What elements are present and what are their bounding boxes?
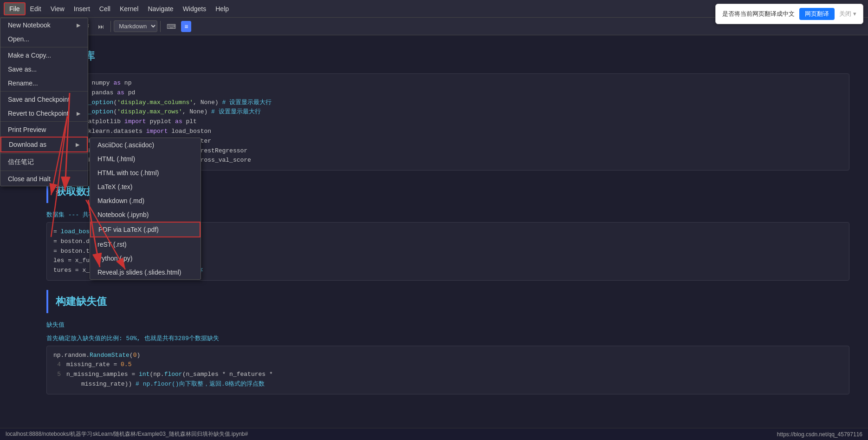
rename-label: Rename... [8, 79, 38, 87]
save-as-label: Save as... [8, 66, 37, 73]
revert-checkpoint-label: Revert to Checkpoint [8, 110, 69, 117]
save-checkpoint-item[interactable]: Save and Checkpoint [0, 92, 88, 106]
python-item[interactable]: Python (.py) [90, 251, 201, 265]
restart-run-button[interactable]: ⏭ [95, 21, 108, 32]
edit-menu-item[interactable]: Edit [26, 3, 46, 14]
trust-notebook-item[interactable]: 信任笔记 [0, 155, 88, 170]
cell-type-select[interactable]: Markdown Code Raw [114, 20, 157, 32]
reveal-item[interactable]: Reveal.js slides (.slides.html) [90, 265, 201, 279]
save-checkpoint-label: Save and Checkpoint [8, 96, 70, 103]
cell-code-3b: 首先确定放入缺失值的比例: 50%, 也就是共有3289个数据缺失 [46, 332, 849, 346]
widgets-menu-item[interactable]: Widgets [178, 3, 211, 14]
translation-text: 是否将当前网页翻译成中文 [722, 10, 795, 18]
toggle-header-button[interactable]: ≡ [181, 21, 191, 32]
rename-item[interactable]: Rename... [0, 76, 88, 90]
separator-2 [0, 91, 88, 92]
section3-title: 构建缺失值 [46, 290, 849, 313]
kernel-menu-item[interactable]: Kernel [115, 3, 143, 14]
download-as-item[interactable]: Download as ▶ AsciiDoc (.asciidoc) HTML … [0, 137, 88, 152]
html-toc-item[interactable]: HTML with toc (.html) [90, 166, 201, 180]
cell-code-3c: np.random.RandomState(0) 4missing_rate =… [46, 346, 849, 394]
cell-code-3: 缺失值 [46, 319, 849, 332]
toolbar-separator-3 [160, 21, 161, 32]
file-menu-item[interactable]: File [4, 2, 26, 15]
cell-3[interactable]: 缺失值 首先确定放入缺失值的比例: 50%, 也就是共有3289个数据缺失 np… [46, 319, 849, 394]
save-as-item[interactable]: Save as... [0, 62, 88, 76]
separator-3 [0, 121, 88, 122]
status-bar-right: https://blog.csdn.net/qq_45797116 [777, 431, 862, 438]
download-submenu: AsciiDoc (.asciidoc) HTML (.html) HTML w… [90, 138, 201, 280]
status-bar: localhost:8888/notebooks/机器学习skLearn/随机森… [0, 428, 868, 440]
insert-menu-item[interactable]: Insert [69, 3, 95, 14]
markdown-item[interactable]: Markdown (.md) [90, 194, 201, 208]
new-notebook-item[interactable]: New Notebook ▶ [0, 18, 88, 32]
close-halt-label: Close and Halt [8, 175, 51, 183]
make-copy-item[interactable]: Make a Copy... [0, 48, 88, 62]
print-preview-label: Print Preview [8, 126, 46, 133]
revert-checkpoint-item[interactable]: Revert to Checkpoint ▶ [0, 106, 88, 120]
download-arrow: ▶ [76, 142, 79, 148]
translation-bar: 是否将当前网页翻译成中文 网页翻译 关闭 ▾ [715, 4, 863, 24]
notebook-item[interactable]: Notebook (.ipynb) [90, 208, 201, 222]
file-menu-dropdown: New Notebook ▶ Open... Make a Copy... Sa… [0, 18, 88, 186]
keyboard-shortcut-button[interactable]: ⌨ [163, 21, 179, 32]
new-notebook-arrow: ▶ [77, 22, 80, 28]
print-preview-item[interactable]: Print Preview [0, 123, 88, 137]
download-as-label: Download as [9, 141, 46, 148]
cell-menu-item[interactable]: Cell [95, 3, 115, 14]
pdf-latex-item[interactable]: PDF via LaTeX (.pdf) [90, 222, 201, 237]
trust-notebook-label: 信任笔记 [8, 158, 34, 166]
latex-item[interactable]: LaTeX (.tex) [90, 180, 201, 194]
view-menu-item[interactable]: View [46, 3, 69, 14]
open-item[interactable]: Open... [0, 32, 88, 46]
open-label: Open... [8, 35, 29, 43]
new-notebook-label: New Notebook [8, 21, 51, 29]
asciidoc-item[interactable]: AsciiDoc (.asciidoc) [90, 138, 201, 152]
section1-title: 1 导入库 [46, 45, 849, 68]
navigate-menu-item[interactable]: Navigate [143, 3, 178, 14]
separator-1 [0, 47, 88, 47]
separator-5 [0, 171, 88, 171]
html-item[interactable]: HTML (.html) [90, 152, 201, 166]
translation-close-button[interactable]: 关闭 ▾ [839, 10, 856, 18]
help-menu-item[interactable]: Help [211, 3, 233, 14]
separator-4 [0, 153, 88, 154]
make-copy-label: Make a Copy... [8, 52, 51, 59]
toolbar-separator-2 [110, 21, 111, 32]
rest-item[interactable]: reST (.rst) [90, 237, 201, 251]
close-halt-item[interactable]: Close and Halt [0, 172, 88, 186]
translate-button[interactable]: 网页翻译 [799, 8, 835, 20]
status-bar-left: localhost:8888/notebooks/机器学习skLearn/随机森… [6, 430, 248, 438]
revert-arrow: ▶ [77, 111, 80, 117]
